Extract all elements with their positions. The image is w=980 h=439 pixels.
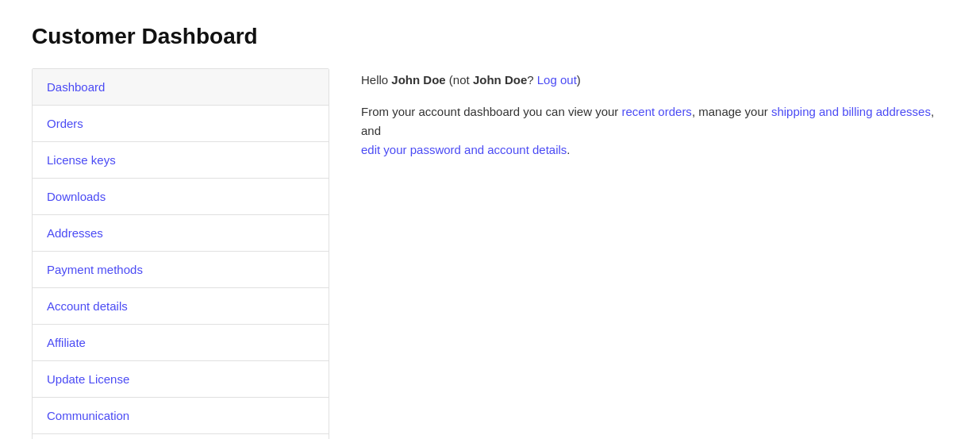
- sidebar-item-account-details[interactable]: Account details: [33, 288, 329, 325]
- sidebar-item-log-out[interactable]: Log out: [33, 434, 329, 439]
- greeting-end: ): [577, 73, 581, 87]
- main-content: Hello John Doe (not John Doe? Log out) F…: [361, 68, 948, 160]
- description-middle: , manage your: [692, 105, 771, 118]
- sidebar-item-communication[interactable]: Communication: [33, 398, 329, 434]
- shipping-billing-link[interactable]: shipping and billing addresses: [771, 105, 931, 118]
- sidebar-item-update-license[interactable]: Update License: [33, 361, 329, 398]
- sidebar-item-dashboard[interactable]: Dashboard: [33, 69, 329, 106]
- greeting-text: Hello John Doe (not John Doe? Log out): [361, 71, 948, 90]
- edit-password-link[interactable]: edit your password and account details: [361, 143, 567, 156]
- description-prefix: From your account dashboard you can view…: [361, 105, 622, 118]
- sidebar-item-downloads[interactable]: Downloads: [33, 179, 329, 215]
- sidebar-item-affiliate[interactable]: Affiliate: [33, 325, 329, 361]
- sidebar-item-orders[interactable]: Orders: [33, 106, 329, 142]
- description-end: .: [567, 143, 570, 156]
- sidebar-item-license-keys[interactable]: License keys: [33, 142, 329, 179]
- user-name-bold: John Doe: [391, 73, 445, 87]
- greeting-middle: (not: [446, 73, 473, 87]
- greeting-prefix: Hello: [361, 73, 391, 87]
- main-layout: DashboardOrdersLicense keysDownloadsAddr…: [32, 68, 948, 439]
- page-title: Customer Dashboard: [32, 24, 948, 49]
- sidebar-item-addresses[interactable]: Addresses: [33, 215, 329, 252]
- description-text: From your account dashboard you can view…: [361, 102, 948, 160]
- sidebar-item-payment-methods[interactable]: Payment methods: [33, 252, 329, 288]
- logout-link[interactable]: Log out: [537, 73, 577, 87]
- recent-orders-link[interactable]: recent orders: [622, 105, 692, 118]
- user-name-bold-2: John Doe: [473, 73, 527, 87]
- sidebar-nav: DashboardOrdersLicense keysDownloadsAddr…: [32, 68, 329, 439]
- greeting-suffix: ?: [527, 73, 537, 87]
